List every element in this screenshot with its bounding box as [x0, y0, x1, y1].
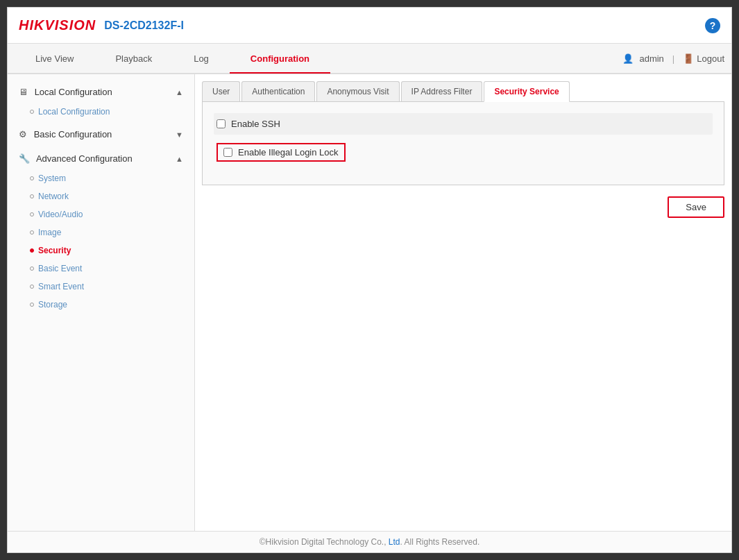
- footer: ©Hikvision Digital Technology Co., Ltd. …: [8, 531, 731, 552]
- sidebar-section-header-advanced-config[interactable]: 🔧 Advanced Configuration ▲: [8, 148, 194, 169]
- sub-tab-ip-address-filter[interactable]: IP Address Filter: [401, 81, 483, 101]
- sidebar-item-system[interactable]: System: [8, 169, 194, 187]
- logout-label: Logout: [697, 53, 724, 64]
- content-area: User Authentication Anonymous Visit IP A…: [195, 74, 731, 531]
- enable-illegal-login-lock-label[interactable]: Enable Illegal Login Lock: [216, 143, 346, 162]
- sidebar-item-smart-event[interactable]: Smart Event: [8, 278, 194, 296]
- advanced-config-label: Advanced Configuration: [36, 153, 133, 164]
- local-config-arrow: ▲: [176, 88, 183, 96]
- sidebar-item-network[interactable]: Network: [8, 187, 194, 205]
- enable-ssh-checkbox[interactable]: [216, 119, 226, 128]
- tab-log[interactable]: Log: [173, 45, 230, 74]
- sidebar-item-video-audio[interactable]: Video/Audio: [8, 205, 194, 223]
- user-icon: 👤: [622, 53, 634, 64]
- sidebar-section-basic-config: ⚙ Basic Configuration ▼: [8, 124, 194, 145]
- advanced-config-icon: 🔧: [19, 153, 30, 164]
- footer-text: ©Hikvision Digital Technology Co.,: [260, 537, 389, 547]
- header-left: HIKVISION DS-2CD2132F-I: [19, 17, 184, 33]
- network-label: Network: [38, 192, 69, 201]
- tab-configuration[interactable]: Configuration: [230, 45, 330, 74]
- sidebar-section-header-basic-config[interactable]: ⚙ Basic Configuration ▼: [8, 124, 194, 145]
- dot-image: [30, 230, 34, 235]
- tab-playback[interactable]: Playback: [94, 45, 173, 74]
- save-area: Save: [202, 196, 724, 218]
- local-configuration-label: Local Configuration: [38, 107, 110, 117]
- storage-label: Storage: [38, 300, 67, 309]
- sidebar-item-local-configuration[interactable]: Local Configuration: [8, 103, 194, 121]
- help-button[interactable]: ?: [705, 18, 720, 33]
- dot-system: [30, 176, 34, 180]
- enable-ssh-text: Enable SSH: [231, 119, 280, 129]
- enable-illegal-login-lock-checkbox[interactable]: [223, 148, 232, 157]
- main-content: 🖥 Local Configuration ▲ Local Configurat…: [8, 74, 731, 531]
- image-label: Image: [38, 228, 61, 237]
- header: HIKVISION DS-2CD2132F-I ?: [8, 8, 731, 44]
- basic-config-label: Basic Configuration: [34, 129, 112, 139]
- sidebar-item-image[interactable]: Image: [8, 223, 194, 241]
- dot-storage: [30, 303, 34, 307]
- sub-tab-anonymous-visit[interactable]: Anonymous Visit: [316, 81, 399, 101]
- dot-local-configuration: [30, 110, 34, 114]
- footer-text2: . All Rights Reserved.: [400, 537, 480, 547]
- footer-link[interactable]: Ltd: [389, 537, 400, 547]
- logout-button[interactable]: 🚪 Logout: [683, 53, 724, 64]
- username: admin: [639, 53, 663, 64]
- basic-config-arrow: ▼: [176, 130, 183, 139]
- logo-hikvision: HIKVISION: [19, 17, 96, 33]
- dot-basic-event: [30, 266, 34, 271]
- sidebar-item-security[interactable]: Security: [8, 241, 194, 260]
- nav-tabs: Live View Playback Log Configuration: [15, 45, 622, 72]
- sub-tabs: User Authentication Anonymous Visit IP A…: [202, 81, 724, 102]
- sub-tab-authentication[interactable]: Authentication: [241, 81, 315, 101]
- tab-live-view[interactable]: Live View: [15, 45, 94, 74]
- sidebar-section-header-local-config[interactable]: 🖥 Local Configuration ▲: [8, 81, 194, 103]
- dot-network: [30, 194, 34, 198]
- separator: |: [672, 53, 674, 64]
- sub-tab-user[interactable]: User: [202, 81, 240, 101]
- navbar: Live View Playback Log Configuration 👤 a…: [8, 44, 731, 74]
- logo-model: DS-2CD2132F-I: [104, 19, 184, 32]
- sub-tab-security-service[interactable]: Security Service: [484, 81, 569, 102]
- sidebar-item-basic-event[interactable]: Basic Event: [8, 260, 194, 278]
- local-config-label: Local Configuration: [35, 87, 112, 97]
- system-label: System: [38, 173, 66, 183]
- sidebar-section-advanced-config: 🔧 Advanced Configuration ▲ System Networ…: [8, 148, 194, 314]
- sidebar-section-local-config: 🖥 Local Configuration ▲ Local Configurat…: [8, 81, 194, 121]
- basic-event-label: Basic Event: [38, 264, 82, 273]
- dot-video-audio: [30, 212, 34, 217]
- security-label: Security: [38, 246, 71, 255]
- dot-smart-event: [30, 285, 34, 289]
- security-service-panel: Enable SSH Enable Illegal Login Lock: [202, 102, 724, 185]
- advanced-config-arrow: ▲: [176, 155, 183, 163]
- video-audio-label: Video/Audio: [38, 210, 83, 219]
- enable-illegal-login-lock-text: Enable Illegal Login Lock: [238, 147, 339, 158]
- enable-ssh-row: Enable SSH: [214, 113, 713, 135]
- smart-event-label: Smart Event: [38, 282, 84, 291]
- enable-illegal-login-lock-row: Enable Illegal Login Lock: [214, 137, 713, 167]
- basic-config-icon: ⚙: [19, 129, 27, 139]
- save-button[interactable]: Save: [668, 196, 724, 218]
- local-config-icon: 🖥: [19, 87, 28, 97]
- enable-ssh-label[interactable]: Enable SSH: [216, 119, 280, 129]
- logout-icon: 🚪: [683, 53, 694, 64]
- sidebar-item-storage[interactable]: Storage: [8, 296, 194, 314]
- dot-security: [30, 248, 34, 253]
- sidebar: 🖥 Local Configuration ▲ Local Configurat…: [8, 74, 195, 531]
- nav-user: 👤 admin | 🚪 Logout: [622, 53, 724, 64]
